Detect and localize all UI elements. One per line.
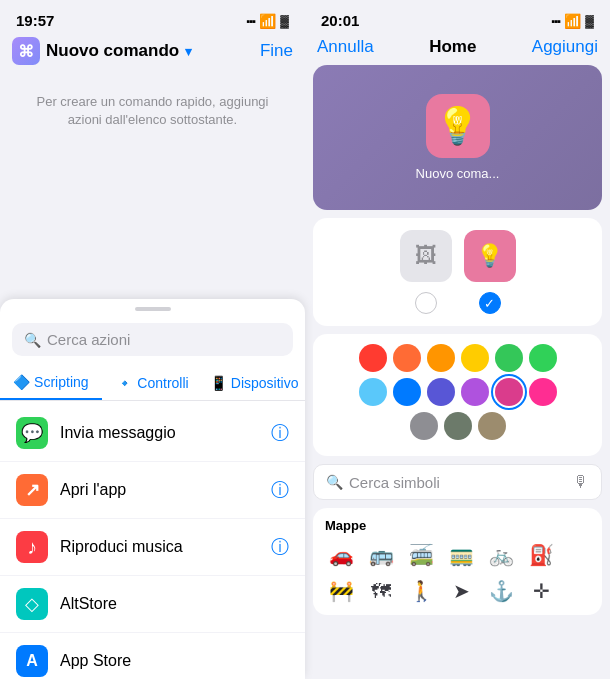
tab-controlli-label: Controlli xyxy=(137,375,188,391)
tab-scripting-label: Scripting xyxy=(34,374,88,390)
search-symbol-icon: 🔍 xyxy=(326,474,343,490)
right-status-icons: ▪▪▪ 📶 ▓ xyxy=(552,13,594,29)
action-item-music[interactable]: ♪ Riproduci musica ⓘ xyxy=(0,519,305,576)
radio-option-photo[interactable] xyxy=(400,292,452,314)
right-panel: 20:01 ▪▪▪ 📶 ▓ Annulla Home Aggiungi 💡 Nu… xyxy=(305,0,610,679)
microphone-icon[interactable]: 🎙 xyxy=(573,473,589,491)
bulb-icon: 💡 xyxy=(476,243,503,269)
color-indigo[interactable] xyxy=(427,378,455,406)
radio-circle-bulb[interactable]: ✓ xyxy=(479,292,501,314)
color-orange-red[interactable] xyxy=(393,344,421,372)
info-icon-app[interactable]: ⓘ xyxy=(271,478,289,502)
symbol-car[interactable]: 🚗 xyxy=(325,541,357,569)
action-item-messages[interactable]: 💬 Invia messaggio ⓘ xyxy=(0,405,305,462)
left-panel: 19:57 ▪▪▪ 📶 ▓ ⌘ Nuovo comando ▾ Fine Per… xyxy=(0,0,305,679)
symbol-search-placeholder: Cerca simboli xyxy=(349,474,567,491)
action-messages-label: Invia messaggio xyxy=(60,424,259,442)
cancel-button[interactable]: Annulla xyxy=(317,37,374,57)
messages-icon: 💬 xyxy=(16,417,48,449)
color-hot-pink[interactable] xyxy=(529,378,557,406)
color-purple[interactable] xyxy=(461,378,489,406)
symbol-search-bar[interactable]: 🔍 Cerca simboli 🎙 xyxy=(313,464,602,500)
color-orange[interactable] xyxy=(427,344,455,372)
symbol-trolley[interactable]: 🚎 xyxy=(405,541,437,569)
symbol-anchor[interactable]: ⚓ xyxy=(485,577,517,605)
left-status-icons: ▪▪▪ 📶 ▓ xyxy=(247,13,289,29)
symbol-bus[interactable]: 🚌 xyxy=(365,541,397,569)
symbol-tram[interactable]: 🚃 xyxy=(445,541,477,569)
radio-option-bulb[interactable]: ✓ xyxy=(464,292,516,314)
color-dark-green-gray[interactable] xyxy=(444,412,472,440)
color-yellow[interactable] xyxy=(461,344,489,372)
controlli-icon: 🔹 xyxy=(116,375,133,391)
left-header-title: Nuovo comando xyxy=(46,41,179,61)
radio-circle-photo[interactable] xyxy=(415,292,437,314)
tab-scripting[interactable]: 🔷 Scripting xyxy=(0,366,102,400)
search-placeholder: Cerca azioni xyxy=(47,331,130,348)
left-time: 19:57 xyxy=(16,12,54,29)
left-bottom-sheet: 🔍 Cerca azioni 🔷 Scripting 🔹 Controlli 📱… xyxy=(0,299,305,679)
right-signal-icon: ▪▪▪ xyxy=(552,15,561,27)
icon-options: 🖼 💡 xyxy=(325,230,590,282)
shortcut-preview: 💡 Nuovo coma... xyxy=(313,65,602,210)
symbol-fuel[interactable]: ⛽ xyxy=(525,541,557,569)
symbol-map[interactable]: 🗺 xyxy=(365,577,397,605)
battery-icon: ▓ xyxy=(280,14,289,28)
symbol-grid: 🚗 🚌 🚎 🚃 🚲 ⛽ 🚧 🗺 🚶 ➤ ⚓ ✛ xyxy=(325,541,590,605)
shortcut-preview-name: Nuovo coma... xyxy=(416,166,500,181)
dispositivo-icon: 📱 xyxy=(210,375,227,391)
action-app-label: Apri l'app xyxy=(60,481,259,499)
color-red[interactable] xyxy=(359,344,387,372)
action-appstore-label: App Store xyxy=(60,652,289,670)
color-green[interactable] xyxy=(495,344,523,372)
app-icon: ↗ xyxy=(16,474,48,506)
color-blue[interactable] xyxy=(393,378,421,406)
info-icon-messages[interactable]: ⓘ xyxy=(271,421,289,445)
tab-dispositivo-label: Dispositivo xyxy=(231,375,299,391)
sheet-handle xyxy=(135,307,171,311)
left-done-button[interactable]: Fine xyxy=(260,41,293,61)
action-music-label: Riproduci musica xyxy=(60,538,259,556)
icon-option-photo[interactable]: 🖼 xyxy=(400,230,452,282)
color-pink[interactable] xyxy=(495,378,523,406)
symbol-move[interactable]: ✛ xyxy=(525,577,557,605)
symbol-navigate[interactable]: ➤ xyxy=(445,577,477,605)
icon-option-bulb[interactable]: 💡 xyxy=(464,230,516,282)
color-row-3 xyxy=(321,412,594,440)
altstore-icon: ◇ xyxy=(16,588,48,620)
left-header-title-container: ⌘ Nuovo comando ▾ xyxy=(12,37,192,65)
appstore-icon: A xyxy=(16,645,48,677)
tab-controlli[interactable]: 🔹 Controlli xyxy=(102,366,204,400)
left-header: ⌘ Nuovo comando ▾ Fine xyxy=(0,33,305,73)
color-row-1 xyxy=(321,344,594,372)
symbol-offroad[interactable]: 🚧 xyxy=(325,577,357,605)
color-teal[interactable] xyxy=(529,344,557,372)
symbol-section-title: Mappe xyxy=(325,518,590,533)
chevron-down-icon[interactable]: ▾ xyxy=(185,44,192,59)
scripting-icon: 🔷 xyxy=(13,374,30,390)
left-subtitle: Per creare un comando rapido, aggiungi a… xyxy=(0,73,305,159)
color-gray[interactable] xyxy=(410,412,438,440)
action-item-altstore[interactable]: ◇ AltStore xyxy=(0,576,305,633)
symbol-walk[interactable]: 🚶 xyxy=(405,577,437,605)
right-header: Annulla Home Aggiungi xyxy=(305,33,610,65)
tab-dispositivo[interactable]: 📱 Dispositivo xyxy=(203,366,305,400)
icon-selector: 🖼 💡 ✓ xyxy=(313,218,602,326)
shortcut-preview-icon: 💡 xyxy=(426,94,490,158)
category-tabs: 🔷 Scripting 🔹 Controlli 📱 Dispositivo xyxy=(0,366,305,401)
search-bar[interactable]: 🔍 Cerca azioni xyxy=(12,323,293,356)
color-row-2 xyxy=(321,378,594,406)
action-item-app[interactable]: ↗ Apri l'app ⓘ xyxy=(0,462,305,519)
photo-icon: 🖼 xyxy=(415,243,437,269)
action-item-appstore[interactable]: A App Store xyxy=(0,633,305,679)
color-tan[interactable] xyxy=(478,412,506,440)
symbol-bike[interactable]: 🚲 xyxy=(485,541,517,569)
left-status-bar: 19:57 ▪▪▪ 📶 ▓ xyxy=(0,0,305,33)
radio-options: ✓ xyxy=(325,292,590,314)
action-altstore-label: AltStore xyxy=(60,595,289,613)
color-sky[interactable] xyxy=(359,378,387,406)
music-icon: ♪ xyxy=(16,531,48,563)
add-button[interactable]: Aggiungi xyxy=(532,37,598,57)
info-icon-music[interactable]: ⓘ xyxy=(271,535,289,559)
search-icon: 🔍 xyxy=(24,332,41,348)
